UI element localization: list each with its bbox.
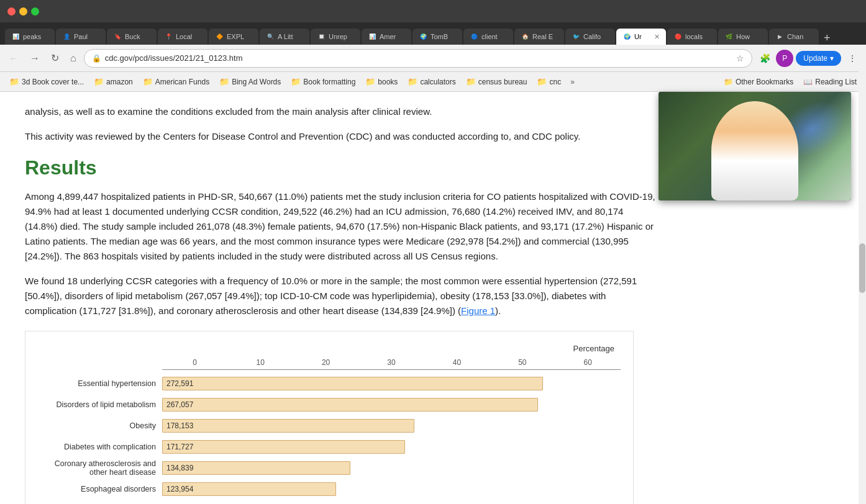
bar-value-3: 171,727 xyxy=(166,443,193,451)
tab-label-alitt: A Litt xyxy=(278,33,293,40)
bookmark-cnc[interactable]: 📁 cnc xyxy=(532,75,565,88)
tab-label-real: Real E xyxy=(532,33,553,40)
bar-label-3: Diabetes with complication xyxy=(38,443,162,451)
bookmark-3d-book[interactable]: 📁 3d Book cover te... xyxy=(5,75,88,88)
tab-favicon-chan: ▶ xyxy=(775,32,784,41)
tab-close-ur[interactable]: ✕ xyxy=(654,33,660,41)
bookmark-amazon[interactable]: 📁 amazon xyxy=(89,75,137,88)
bar-label-4: Coronary atherosclerosis and other heart… xyxy=(38,459,162,477)
reload-button[interactable]: ↻ xyxy=(47,50,63,66)
intro-text-1: analysis, as well as to examine the cond… xyxy=(25,106,432,117)
reading-list-button[interactable]: 📖 Reading List xyxy=(799,76,861,88)
bookmark-bing-ad-words[interactable]: 📁 Bing Ad Words xyxy=(215,75,285,88)
extensions-icon[interactable]: 🧩 xyxy=(756,50,773,67)
bookmark-label: calculators xyxy=(420,78,455,86)
tab-favicon-expl: 🔶 xyxy=(215,32,224,41)
tab-tomb[interactable]: 🌍 TomB xyxy=(412,29,462,45)
tab-label-client: client xyxy=(481,33,498,40)
floating-video[interactable] xyxy=(659,92,851,200)
update-button[interactable]: Update ▾ xyxy=(796,51,841,66)
intro-paragraph-2: This activity was reviewed by the Center… xyxy=(25,129,659,144)
bar-label-5: Esophageal disorders xyxy=(38,485,162,493)
tab-label-local: Local xyxy=(176,33,192,40)
figure-link[interactable]: Figure 1 xyxy=(461,305,495,316)
tab-paul[interactable]: 👤 Paul xyxy=(56,29,106,45)
bookmark-books[interactable]: 📁 books xyxy=(361,75,402,88)
results-paragraph-1: Among 4,899,447 hospitalized patients in… xyxy=(25,189,659,264)
address-bar[interactable]: 🔒 cdc.gov/pcd/issues/2021/21_0123.htm ☆ xyxy=(84,49,753,68)
bar-label-0: Essential hypertension xyxy=(38,379,162,388)
bookmark-calculators[interactable]: 📁 calculators xyxy=(403,75,460,88)
bookmark-label: books xyxy=(378,78,398,86)
nav-actions: 🧩 P Update ▾ ⋮ xyxy=(756,50,861,67)
tab-expl[interactable]: 🔶 EXPL xyxy=(209,29,258,45)
other-bookmarks-button[interactable]: 📁 Other Bookmarks xyxy=(719,76,798,88)
video-person xyxy=(711,101,798,200)
profile-avatar[interactable]: P xyxy=(776,50,793,67)
minimize-button[interactable] xyxy=(19,7,27,16)
tab-bar: 📊 peaks 👤 Paul 🔖 Buck 📍 Local 🔶 EXPL 🔍 A… xyxy=(0,22,866,45)
bar-0: 272,591 xyxy=(162,377,543,390)
scrollbar-thumb[interactable] xyxy=(859,243,865,293)
tab-amer[interactable]: 📊 Amer xyxy=(362,29,411,45)
tab-local[interactable]: 📍 Local xyxy=(158,29,207,45)
menu-icon[interactable]: ⋮ xyxy=(844,50,861,67)
tab-favicon-amer: 📊 xyxy=(368,32,376,41)
paragraph2-end: ). xyxy=(495,305,501,316)
folder-icon: 📁 xyxy=(219,77,229,86)
bar-row-obesity: Obesity 178,153 xyxy=(38,416,621,435)
tab-alitt[interactable]: 🔍 A Litt xyxy=(260,29,309,45)
tab-favicon-client: 🔵 xyxy=(470,32,478,41)
bar-label-2: Obesity xyxy=(38,421,162,430)
maximize-button[interactable] xyxy=(31,7,39,16)
bar-value-2: 178,153 xyxy=(166,421,193,430)
back-button[interactable]: ← xyxy=(5,50,22,66)
bar-value-0: 272,591 xyxy=(166,379,193,388)
scrollbar[interactable] xyxy=(859,70,866,504)
reading-list-label: Reading List xyxy=(815,78,857,86)
tab-favicon-local: 📍 xyxy=(164,32,173,41)
folder-icon: 📁 xyxy=(537,77,547,86)
tab-favicon-locals: 🔴 xyxy=(673,32,682,41)
chart-title: Percentage xyxy=(38,344,621,353)
tab-label-ur: Ur xyxy=(634,33,642,40)
bookmark-label: cnc xyxy=(549,78,561,86)
close-button[interactable] xyxy=(7,7,16,16)
url-display: cdc.gov/pcd/issues/2021/21_0123.htm xyxy=(105,53,733,63)
bookmark-label: Bing Ad Words xyxy=(232,78,281,86)
chart-area: 0 10 20 30 40 50 60 Essential hypertensi… xyxy=(38,358,621,498)
tab-real[interactable]: 🏠 Real E xyxy=(514,29,564,45)
forward-button[interactable]: → xyxy=(26,50,43,66)
bar-row-diabetes: Diabetes with complication 171,727 xyxy=(38,438,621,456)
bookmark-american-funds[interactable]: 📁 American Funds xyxy=(139,75,214,88)
folder-icon: 📁 xyxy=(9,77,19,86)
home-button[interactable]: ⌂ xyxy=(66,50,80,66)
tab-label-unrer: Unrep xyxy=(329,33,347,40)
bookmark-star-icon[interactable]: ☆ xyxy=(736,53,744,63)
more-bookmarks-button[interactable]: » xyxy=(567,76,578,88)
bar-area-3: 171,727 xyxy=(162,439,621,455)
tab-client[interactable]: 🔵 client xyxy=(463,29,513,45)
tab-chan[interactable]: ▶ Chan xyxy=(769,29,819,45)
bar-row-lipid-metabolism: Disorders of lipid metabolism 267,057 xyxy=(38,395,621,414)
tab-locals[interactable]: 🔴 locals xyxy=(667,29,717,45)
tab-ur[interactable]: 🌍 Ur ✕ xyxy=(616,29,666,45)
tab-label-paul: Paul xyxy=(74,33,88,40)
intro-text-2: This activity was reviewed by the Center… xyxy=(25,131,580,142)
tab-unrer[interactable]: 🔲 Unrep xyxy=(311,29,360,45)
bookmark-census-bureau[interactable]: 📁 census bureau xyxy=(462,75,532,88)
new-tab-button[interactable]: + xyxy=(820,32,834,45)
tab-label-locals: locals xyxy=(685,33,703,40)
tab-how[interactable]: 🌿 How xyxy=(718,29,768,45)
tab-buck[interactable]: 🔖 Buck xyxy=(107,29,157,45)
tab-favicon-tomb: 🌍 xyxy=(419,32,427,41)
folder-icon: 📁 xyxy=(724,78,733,86)
tab-label-buck: Buck xyxy=(125,33,140,40)
bookmark-label: census bureau xyxy=(478,78,527,86)
folder-icon: 📁 xyxy=(143,77,153,86)
tab-peaks[interactable]: 📊 peaks xyxy=(5,29,55,45)
profile-icon[interactable]: P xyxy=(776,50,793,67)
bar-value-1: 267,057 xyxy=(166,400,193,409)
tab-califo[interactable]: 🐦 Califo xyxy=(565,29,615,45)
bookmark-book-formatting[interactable]: 📁 Book formatting xyxy=(286,75,360,88)
